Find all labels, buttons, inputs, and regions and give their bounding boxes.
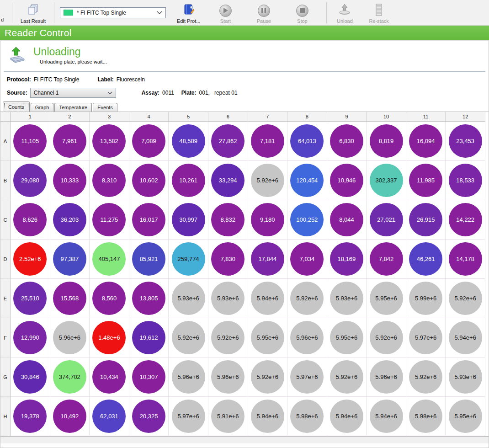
well-D6[interactable]: 7,830 bbox=[211, 242, 244, 276]
well-F8[interactable]: 5.96e+6 bbox=[290, 321, 324, 354]
well-B11[interactable]: 11,985 bbox=[409, 164, 442, 197]
well-A7[interactable]: 7,181 bbox=[251, 124, 284, 158]
well-C5[interactable]: 30,997 bbox=[172, 203, 205, 236]
well-E12[interactable]: 5.92e+6 bbox=[449, 282, 482, 315]
tab-events[interactable]: Events bbox=[93, 103, 117, 112]
last-result-button[interactable]: Last Result bbox=[18, 1, 48, 25]
well-A6[interactable]: 27,862 bbox=[211, 124, 244, 158]
well-F6[interactable]: 5.92e+6 bbox=[211, 321, 244, 354]
well-B10[interactable]: 302,337 bbox=[370, 164, 403, 197]
well-B6[interactable]: 33,294 bbox=[211, 164, 244, 197]
well-H2[interactable]: 10,492 bbox=[53, 400, 86, 433]
well-H1[interactable]: 19,378 bbox=[13, 400, 47, 433]
well-B5[interactable]: 10,261 bbox=[172, 164, 205, 197]
tab-temperature[interactable]: Temperature bbox=[54, 103, 92, 112]
well-A12[interactable]: 23,453 bbox=[449, 124, 482, 158]
well-H9[interactable]: 5.94e+6 bbox=[330, 400, 363, 433]
well-D3[interactable]: 405,147 bbox=[92, 242, 126, 276]
well-H8[interactable]: 5.98e+6 bbox=[290, 400, 324, 433]
well-C10[interactable]: 27,021 bbox=[370, 203, 403, 236]
well-B4[interactable]: 10,602 bbox=[132, 164, 165, 197]
well-D11[interactable]: 46,261 bbox=[409, 242, 442, 276]
well-A4[interactable]: 7,089 bbox=[132, 124, 165, 158]
well-G11[interactable]: 5.92e+6 bbox=[409, 360, 442, 394]
well-A1[interactable]: 11,105 bbox=[13, 124, 47, 158]
well-H11[interactable]: 5.98e+6 bbox=[409, 400, 442, 433]
well-G9[interactable]: 5.92e+6 bbox=[330, 360, 363, 394]
well-F4[interactable]: 19,612 bbox=[132, 321, 165, 354]
well-E6[interactable]: 5.93e+6 bbox=[211, 282, 244, 315]
well-H6[interactable]: 5.91e+6 bbox=[211, 400, 244, 433]
well-D4[interactable]: 85,921 bbox=[132, 242, 165, 276]
well-F11[interactable]: 5.97e+6 bbox=[409, 321, 442, 354]
well-G3[interactable]: 10,434 bbox=[92, 360, 126, 394]
tab-counts[interactable]: Counts bbox=[3, 101, 30, 112]
well-D1[interactable]: 2.52e+6 bbox=[13, 242, 47, 276]
well-C3[interactable]: 11,275 bbox=[92, 203, 126, 236]
well-E10[interactable]: 5.95e+6 bbox=[370, 282, 403, 315]
well-F7[interactable]: 5.95e+6 bbox=[251, 321, 284, 354]
tab-graph[interactable]: Graph bbox=[31, 103, 54, 112]
well-H5[interactable]: 5.97e+6 bbox=[172, 400, 205, 433]
well-G4[interactable]: 10,307 bbox=[132, 360, 165, 394]
well-B1[interactable]: 29,080 bbox=[13, 164, 47, 197]
well-H12[interactable]: 5.95e+6 bbox=[449, 400, 482, 433]
clipped-toolbar-button[interactable]: d bbox=[1, 1, 6, 24]
well-C1[interactable]: 8,626 bbox=[13, 203, 47, 236]
source-select[interactable]: Channel 1 bbox=[30, 88, 116, 98]
well-B3[interactable]: 8,310 bbox=[92, 164, 126, 197]
well-A11[interactable]: 16,094 bbox=[409, 124, 442, 158]
well-C8[interactable]: 100,252 bbox=[290, 203, 324, 236]
well-C12[interactable]: 14,222 bbox=[449, 203, 482, 236]
well-H7[interactable]: 5.94e+6 bbox=[251, 400, 284, 433]
well-H3[interactable]: 62,031 bbox=[92, 400, 126, 433]
well-C2[interactable]: 36,203 bbox=[53, 203, 86, 236]
well-C6[interactable]: 8,832 bbox=[211, 203, 244, 236]
well-G1[interactable]: 30,846 bbox=[13, 360, 47, 394]
well-B9[interactable]: 10,946 bbox=[330, 164, 363, 197]
well-F9[interactable]: 5.95e+6 bbox=[330, 321, 363, 354]
unload-button[interactable]: Unload bbox=[332, 1, 357, 25]
well-E7[interactable]: 5.94e+6 bbox=[251, 282, 284, 315]
well-C9[interactable]: 8,044 bbox=[330, 203, 363, 236]
well-D2[interactable]: 97,387 bbox=[53, 242, 86, 276]
well-A8[interactable]: 64,013 bbox=[290, 124, 324, 158]
well-G12[interactable]: 5.93e+6 bbox=[449, 360, 482, 394]
well-E2[interactable]: 15,568 bbox=[53, 282, 86, 315]
well-G6[interactable]: 5.96e+6 bbox=[211, 360, 244, 394]
well-E3[interactable]: 8,560 bbox=[92, 282, 126, 315]
well-D5[interactable]: 259,774 bbox=[172, 242, 205, 276]
well-B8[interactable]: 120,454 bbox=[290, 164, 324, 197]
well-C7[interactable]: 9,180 bbox=[251, 203, 284, 236]
well-E5[interactable]: 5.93e+6 bbox=[172, 282, 205, 315]
well-G2[interactable]: 374,702 bbox=[53, 360, 86, 394]
well-G8[interactable]: 5.97e+6 bbox=[290, 360, 324, 394]
restack-button[interactable]: Re-stack bbox=[366, 1, 391, 25]
well-D10[interactable]: 7,842 bbox=[370, 242, 403, 276]
well-D7[interactable]: 17,844 bbox=[251, 242, 284, 276]
well-F1[interactable]: 12,990 bbox=[13, 321, 47, 354]
well-B2[interactable]: 10,333 bbox=[53, 164, 86, 197]
well-A2[interactable]: 7,961 bbox=[53, 124, 86, 158]
protocol-select[interactable]: * FI FITC Top Single bbox=[60, 7, 166, 18]
well-G7[interactable]: 5.92e+6 bbox=[251, 360, 284, 394]
well-A5[interactable]: 48,589 bbox=[172, 124, 205, 158]
well-C4[interactable]: 16,017 bbox=[132, 203, 165, 236]
edit-protocol-button[interactable]: Edit Prot... bbox=[174, 1, 203, 25]
well-B12[interactable]: 18,533 bbox=[449, 164, 482, 197]
well-D8[interactable]: 7,034 bbox=[290, 242, 324, 276]
well-E11[interactable]: 5.99e+6 bbox=[409, 282, 442, 315]
well-A9[interactable]: 6,830 bbox=[330, 124, 363, 158]
well-A10[interactable]: 8,819 bbox=[370, 124, 403, 158]
well-E8[interactable]: 5.92e+6 bbox=[290, 282, 324, 315]
well-E9[interactable]: 5.93e+6 bbox=[330, 282, 363, 315]
well-H10[interactable]: 5.94e+6 bbox=[370, 400, 403, 433]
well-D12[interactable]: 14,178 bbox=[449, 242, 482, 276]
well-F10[interactable]: 5.92e+6 bbox=[370, 321, 403, 354]
start-button[interactable]: Start bbox=[213, 1, 238, 25]
well-F5[interactable]: 5.92e+6 bbox=[172, 321, 205, 354]
well-E4[interactable]: 13,805 bbox=[132, 282, 165, 315]
well-G5[interactable]: 5.96e+6 bbox=[172, 360, 205, 394]
stop-button[interactable]: Stop bbox=[290, 1, 314, 25]
well-E1[interactable]: 25,510 bbox=[13, 282, 47, 315]
